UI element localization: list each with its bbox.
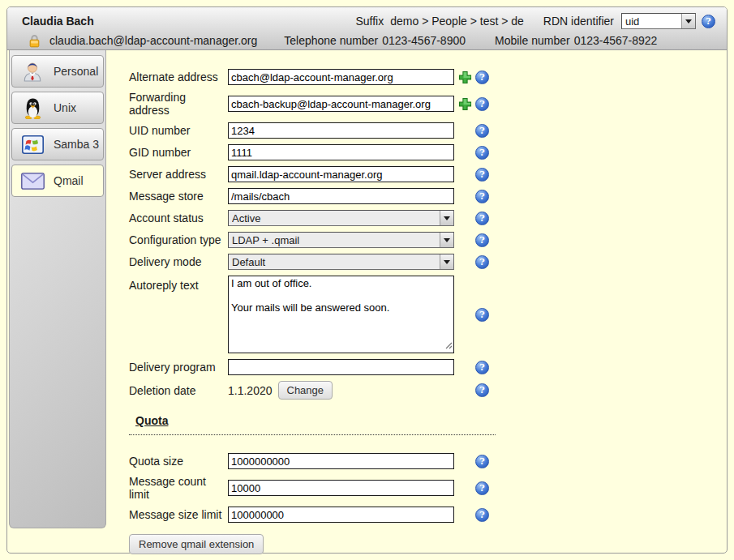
delivery-program-label: Delivery program [129,361,228,374]
add-forwarding-address-button[interactable] [454,97,475,111]
account-name: Claudia Bach [22,15,94,28]
help-icon[interactable]: ? [475,508,489,522]
help-icon[interactable]: ? [475,190,489,203]
help-icon[interactable]: ? [702,15,715,28]
help-icon[interactable]: ? [475,455,489,468]
message-store-input[interactable] [228,188,454,204]
server-address-label: Server address [129,168,228,181]
help-icon[interactable]: ? [475,146,489,160]
tab-personal[interactable]: Personal [11,55,104,88]
envelope-icon [20,173,45,190]
tab-unix[interactable]: Unix [11,92,104,124]
delivery-mode-label: Delivery mode [129,255,228,268]
chevron-down-icon [681,14,695,28]
configuration-type-label: Configuration type [129,233,228,246]
server-address-input[interactable] [228,166,454,182]
help-icon[interactable]: ? [475,124,489,138]
quota-size-input[interactable] [228,453,454,469]
autoreply-text-label: Autoreply text [129,276,228,292]
help-icon[interactable]: ? [475,71,489,84]
rdn-identifier-label: RDN identifier [543,15,614,28]
gid-number-input[interactable] [228,144,454,160]
account-status-label: Account status [129,212,228,224]
help-icon[interactable]: ? [475,233,489,247]
remove-qmail-extension-button[interactable]: Remove qmail extension [129,534,264,554]
alternate-address-label: Alternate address [129,71,228,83]
message-count-limit-label: Message count limit [129,475,228,501]
add-alternate-address-button[interactable] [454,71,475,84]
suffix-label: Suffix [355,15,384,28]
forwarding-address-input[interactable] [228,96,454,112]
lock-icon [28,34,41,48]
account-status-select[interactable]: Active [228,210,454,226]
suffix-path: demo > People > test > de [390,15,524,28]
delivery-mode-select[interactable]: Default [228,254,454,270]
forwarding-address-label: Forwarding address [129,91,228,117]
configuration-type-select[interactable]: LDAP + .qmail [228,232,454,248]
chevron-down-icon [440,233,453,247]
telephone-value: 0123-4567-8900 [382,34,466,47]
help-icon[interactable]: ? [475,481,489,495]
help-icon[interactable]: ? [475,255,489,269]
change-deletion-date-button[interactable]: Change [278,381,333,400]
tab-samba3[interactable]: Samba 3 [11,128,104,160]
delivery-program-input[interactable] [228,359,454,375]
module-tab-sidebar: Personal Unix [9,50,106,528]
rdn-identifier-select[interactable]: uid [621,13,696,29]
tux-icon [20,97,45,119]
windows-icon [20,135,45,154]
help-icon[interactable]: ? [475,168,489,182]
account-email: claudia.bach@ldap-account-manager.org [49,34,257,47]
message-size-limit-label: Message size limit [129,508,228,521]
help-icon[interactable]: ? [475,212,489,225]
help-icon[interactable]: ? [475,97,489,111]
plus-icon [458,97,472,111]
mobile-label: Mobile number [495,34,570,47]
help-icon[interactable]: ? [475,361,489,374]
quota-section-heading: Quota [129,414,496,435]
help-icon[interactable]: ? [475,308,489,322]
qmail-form: Alternate address ? Forwarding address [106,50,496,553]
tab-qmail[interactable]: Qmail [11,165,104,197]
account-edit-window: Claudia Bach Suffix demo > People > test… [6,6,728,554]
telephone-label: Telephone number [284,34,378,47]
message-store-label: Message store [129,190,228,203]
chevron-down-icon [440,254,453,269]
autoreply-text-area[interactable]: I am out of office. Your mails will be a… [228,276,454,353]
message-count-limit-input[interactable] [228,480,454,496]
uid-number-label: UID number [129,124,228,137]
person-icon [20,61,45,82]
plus-icon [458,71,472,84]
deletion-date-label: Deletion date [129,384,228,397]
alternate-address-input[interactable] [228,69,454,85]
message-size-limit-input[interactable] [228,507,454,523]
help-icon[interactable]: ? [475,383,489,397]
deletion-date-value: 1.1.2020 [228,384,273,397]
mobile-value: 0123-4567-8922 [574,34,658,47]
gid-number-label: GID number [129,146,228,159]
resize-handle-icon[interactable] [445,339,453,352]
account-header: Claudia Bach Suffix demo > People > test… [7,7,727,50]
chevron-down-icon [440,211,453,225]
uid-number-input[interactable] [228,122,454,139]
quota-size-label: Quota size [129,455,228,468]
